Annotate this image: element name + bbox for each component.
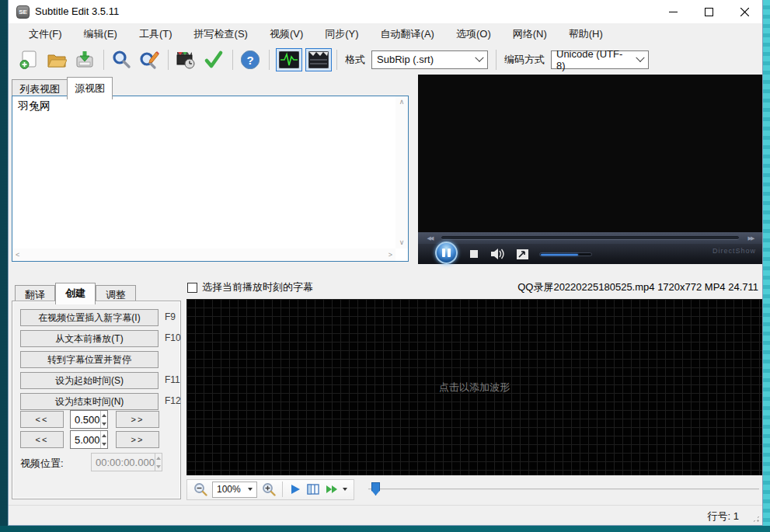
replace-button[interactable] <box>138 49 160 71</box>
menu-edit[interactable]: 编辑(E) <box>73 23 128 45</box>
minimize-button[interactable] <box>655 0 691 23</box>
slider-track <box>368 489 759 490</box>
spin-up-button[interactable] <box>101 431 107 440</box>
goto-subtitle-pause-button[interactable]: 转到字幕位置并暂停 <box>20 351 159 368</box>
menu-help[interactable]: 帮助(H) <box>558 23 614 45</box>
menu-options[interactable]: 选项(O) <box>445 23 502 45</box>
insert-subtitle-button[interactable]: 在视频位置插入新字幕(I) <box>20 309 159 326</box>
video-position-value: 00:00:00.000 <box>92 454 155 471</box>
small-step-spinner[interactable]: 0.500 <box>70 410 108 429</box>
set-start-time-fkey: F11 <box>165 374 180 385</box>
select-current-subtitle-checkbox[interactable] <box>187 283 197 293</box>
status-bar: 行号: 1 <box>9 505 762 525</box>
desktop-wallpaper-bottom <box>0 526 770 532</box>
spin-down-button[interactable] <box>155 462 162 471</box>
menu-sync[interactable]: 同步(Y) <box>314 23 369 45</box>
video-position-label: 视频位置: <box>20 457 64 471</box>
video-toggle-button[interactable] <box>305 48 332 71</box>
nudge-back-small-button[interactable]: << <box>20 411 64 428</box>
menu-network[interactable]: 网络(N) <box>502 23 558 45</box>
new-file-button[interactable] <box>18 49 40 71</box>
seek-bar[interactable] <box>441 236 739 240</box>
zoom-in-button[interactable] <box>262 482 276 496</box>
arrow-down-icon <box>156 465 161 468</box>
open-file-button[interactable] <box>46 49 68 71</box>
encoding-label: 编码方式 <box>504 53 545 67</box>
video-player[interactable]: ◀◀ ▶▶ DirectShow <box>418 75 762 264</box>
player-engine-label: DirectShow <box>713 247 756 255</box>
tab-create[interactable]: 创建 <box>55 283 96 304</box>
set-end-time-button[interactable]: 设为结束时间(N) <box>20 393 159 410</box>
menu-spellcheck[interactable]: 拼写检查(S) <box>183 23 259 45</box>
window-controls <box>655 0 762 23</box>
set-start-time-button[interactable]: 设为起始时间(S) <box>20 372 159 389</box>
pause-button[interactable] <box>435 242 458 264</box>
set-end-time-fkey: F12 <box>165 395 181 406</box>
player-buttons-row <box>418 244 762 264</box>
spinner-arrows <box>100 411 107 428</box>
source-text-editor[interactable]: 羽兔网 ∧ ∨ < > <box>12 96 409 262</box>
create-panel: 在视频位置插入新字幕(I) F9 从文本前播放(T) F10 转到字幕位置并暂停… <box>12 301 181 499</box>
editor-vertical-scrollbar[interactable]: ∧ ∨ <box>395 96 408 249</box>
find-button[interactable] <box>110 49 132 71</box>
play-before-text-button[interactable]: 从文本前播放(T) <box>20 330 159 347</box>
seek-back-icon[interactable]: ◀◀ <box>418 235 441 242</box>
zoom-in-icon <box>262 482 276 496</box>
menu-file[interactable]: 文件(F) <box>18 23 73 45</box>
waveform-toggle-button[interactable] <box>276 48 302 71</box>
scroll-down-icon[interactable]: ∨ <box>399 239 405 246</box>
large-step-spinner[interactable]: 5.000 <box>70 430 108 449</box>
waveform-zoom-select[interactable]: 100% <box>212 482 257 498</box>
encoding-select[interactable]: Unicode (UTF-8) <box>551 50 649 69</box>
video-position-spinner[interactable]: 00:00:00.000 <box>91 453 162 471</box>
arrow-up-icon <box>102 434 106 437</box>
maximize-button[interactable] <box>691 0 726 23</box>
zoom-out-button[interactable] <box>193 482 207 496</box>
spin-up-button[interactable] <box>101 411 107 419</box>
window-title: Subtitle Edit 3.5.11 <box>35 5 119 17</box>
toolbar-separator <box>282 482 283 497</box>
slider-thumb[interactable] <box>371 482 380 495</box>
scroll-right-icon[interactable]: > <box>388 252 392 259</box>
volume-slider[interactable] <box>539 252 592 256</box>
format-select[interactable]: SubRip (.srt) <box>371 50 488 69</box>
arrow-up-icon <box>102 414 106 417</box>
select-current-subtitle-row: 选择当前播放时刻的字幕 <box>187 280 313 294</box>
waveform-play-button[interactable] <box>289 482 301 496</box>
waveform-hint-text: 点击以添加波形 <box>439 381 510 395</box>
spin-down-button[interactable] <box>101 440 107 448</box>
zoom-out-icon <box>193 482 207 496</box>
tab-source-view[interactable]: 源视图 <box>67 77 113 99</box>
editor-horizontal-scrollbar[interactable]: < > <box>12 249 395 261</box>
waveform-area[interactable]: 点击以添加波形 <box>186 299 762 475</box>
spin-down-button[interactable] <box>101 419 107 428</box>
save-button[interactable] <box>74 49 96 71</box>
volume-icon[interactable] <box>490 248 506 260</box>
menu-video[interactable]: 视频(V) <box>259 23 314 45</box>
spell-check-button[interactable] <box>203 49 225 71</box>
nudge-fwd-large-button[interactable]: >> <box>116 431 159 448</box>
waveform-position-slider[interactable] <box>368 482 762 497</box>
nudge-fwd-small-button[interactable]: >> <box>116 411 159 428</box>
close-button[interactable] <box>726 0 762 23</box>
visual-sync-button[interactable] <box>175 49 197 71</box>
nudge-back-large-button[interactable]: << <box>20 431 64 448</box>
maximize-icon <box>705 8 713 16</box>
seek-forward-icon[interactable]: ▶▶ <box>739 235 762 242</box>
show-columns-button[interactable] <box>306 482 320 496</box>
playback-speed-button[interactable] <box>325 482 347 496</box>
fullscreen-icon[interactable] <box>517 249 528 259</box>
video-file-info: QQ录屏20220225180525.mp4 1720x772 MP4 24.7… <box>517 280 758 294</box>
stop-button[interactable] <box>470 250 478 258</box>
scroll-up-icon[interactable]: ∧ <box>399 99 405 106</box>
toolbar-separator <box>496 50 496 70</box>
help-button[interactable]: ? <box>239 49 261 71</box>
scroll-left-icon[interactable]: < <box>16 252 19 259</box>
resize-grip[interactable] <box>752 515 760 523</box>
large-step-value: 5.000 <box>71 431 100 448</box>
menu-autotranslate[interactable]: 自动翻译(A) <box>370 23 445 45</box>
spin-up-button[interactable] <box>155 454 162 462</box>
find-icon <box>111 50 131 70</box>
menu-tools[interactable]: 工具(T) <box>128 23 183 45</box>
subtitle-source-text: 羽兔网 <box>18 99 51 113</box>
